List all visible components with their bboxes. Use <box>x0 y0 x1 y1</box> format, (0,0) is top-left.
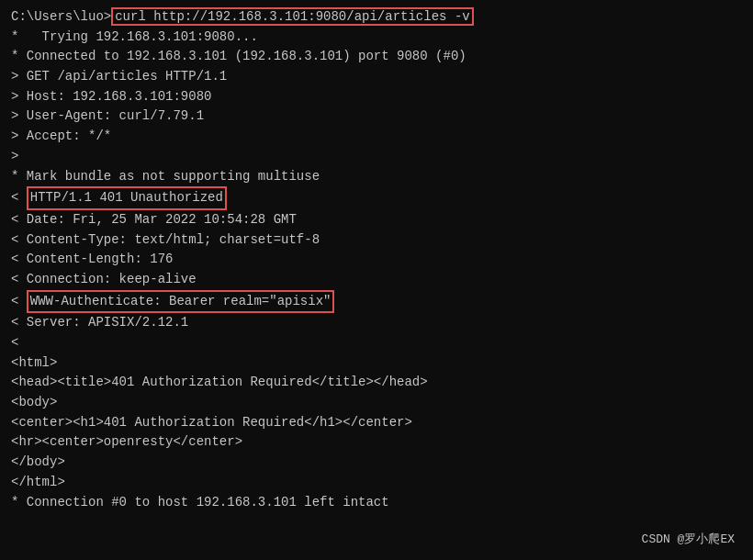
terminal-line: <head><title>401 Authorization Required<… <box>11 373 742 393</box>
terminal-line: </body> <box>11 453 742 473</box>
terminal-line: * Mark bundle as not supporting multiuse <box>11 167 742 187</box>
terminal-line: </html> <box>11 473 742 493</box>
terminal-line-www-auth: < WWW-Authenticate: Bearer realm="apisix… <box>11 290 742 314</box>
terminal-line: > GET /api/articles HTTP/1.1 <box>11 67 742 87</box>
command-highlight: curl http://192.168.3.101:9080/api/artic… <box>111 7 473 26</box>
terminal-line: <hr><center>openresty</center> <box>11 432 742 453</box>
terminal-line: < Content-Length: 176 <box>11 250 742 270</box>
terminal-line: > Host: 192.168.3.101:9080 <box>11 87 742 107</box>
terminal-line-401: < HTTP/1.1 401 Unauthorized <box>11 186 742 210</box>
terminal-line: > User-Agent: curl/7.79.1 <box>11 106 742 127</box>
prompt: C:\Users\luo> <box>11 9 111 24</box>
terminal-line: <body> <box>11 393 742 413</box>
terminal-line: < Connection: keep-alive <box>11 270 742 290</box>
terminal-line: <html> <box>11 353 742 374</box>
terminal-window: C:\Users\luo>curl http://192.168.3.101:9… <box>11 7 742 553</box>
terminal-line: C:\Users\luo>curl http://192.168.3.101:9… <box>11 7 742 28</box>
terminal-line: * Connected to 192.168.3.101 (192.168.3.… <box>11 47 742 67</box>
terminal-line: <center><h1>401 Authorization Required</… <box>11 413 742 433</box>
terminal-line: < Date: Fri, 25 Mar 2022 10:54:28 GMT <box>11 210 742 230</box>
terminal-line: > <box>11 147 742 167</box>
terminal-line: * Trying 192.168.3.101:9080... <box>11 28 742 48</box>
terminal-line: > Accept: */* <box>11 127 742 147</box>
watermark: CSDN @罗小爬EX <box>642 531 735 547</box>
status-401-highlight: HTTP/1.1 401 Unauthorized <box>27 186 227 210</box>
terminal-line: * Connection #0 to host 192.168.3.101 le… <box>11 493 742 513</box>
terminal-line: < <box>11 333 742 353</box>
www-authenticate-highlight: WWW-Authenticate: Bearer realm="apisix" <box>27 290 335 314</box>
terminal-line: < Server: APISIX/2.12.1 <box>11 313 742 333</box>
terminal-line: < Content-Type: text/html; charset=utf-8 <box>11 230 742 251</box>
